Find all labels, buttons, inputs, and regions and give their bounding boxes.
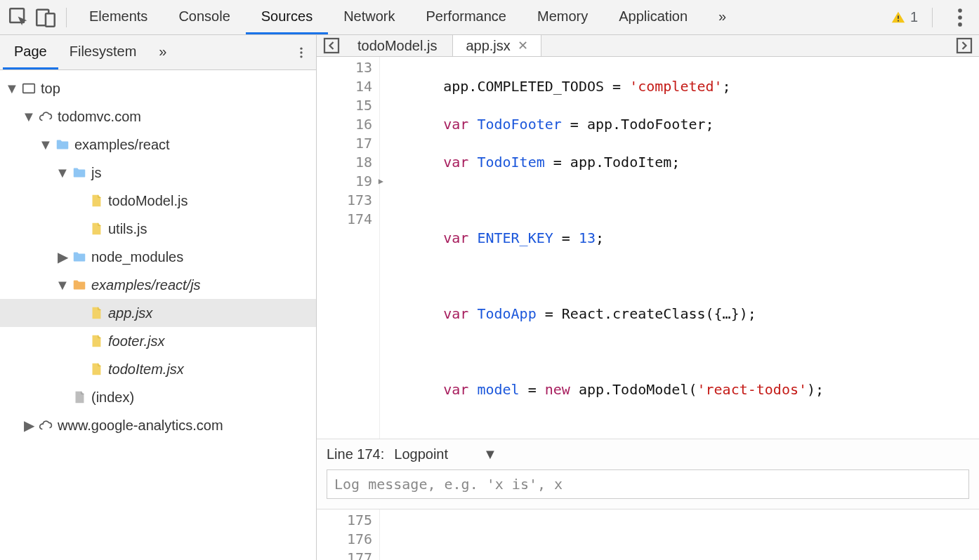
tree-label: todoModel.js: [108, 193, 188, 209]
folder-icon: [55, 137, 70, 152]
disclosure-right-icon: ▶: [24, 417, 34, 434]
tab-network[interactable]: Network: [328, 0, 410, 34]
tree-file-todoitem[interactable]: todoItem.jsx: [0, 355, 316, 383]
cloud-icon: [38, 418, 53, 433]
line-number[interactable]: 13: [317, 58, 372, 77]
line-number[interactable]: 15: [317, 96, 372, 115]
nav-back-icon[interactable]: [321, 35, 342, 56]
tab-elements[interactable]: Elements: [74, 0, 163, 34]
document-icon: [72, 389, 87, 405]
jsfile-icon: [88, 333, 104, 349]
disclosure-down-icon: ▼: [24, 109, 34, 125]
svg-point-8: [300, 47, 302, 49]
kebab-menu-icon[interactable]: [948, 6, 972, 29]
logpoint-editor: Line 174: Logpoint ▼: [317, 439, 979, 509]
frame-icon: [21, 81, 37, 96]
nav-forward-icon[interactable]: [954, 35, 975, 56]
close-icon[interactable]: ✕: [518, 38, 528, 53]
tree-file-app[interactable]: app.jsx: [0, 299, 316, 327]
line-number-foldable[interactable]: 19: [317, 172, 372, 191]
disclosure-down-icon: ▼: [7, 81, 17, 97]
sidebar-tab-filesystem[interactable]: Filesystem: [58, 35, 148, 69]
line-number[interactable]: 16: [317, 115, 372, 134]
tab-console[interactable]: Console: [163, 0, 245, 34]
inspect-icon[interactable]: [7, 6, 31, 29]
editor-tab-label: todoModel.js: [357, 38, 437, 54]
tree-node-sourcemap[interactable]: ▼ examples/react/js: [0, 271, 316, 299]
tree-file-todomodel[interactable]: todoModel.js: [0, 187, 316, 215]
logpoint-line-label: Line 174:: [327, 446, 384, 462]
sidebar-kebab-icon[interactable]: [289, 46, 313, 60]
cloud-icon: [38, 109, 53, 124]
folder-icon: [72, 249, 87, 265]
separator: [66, 8, 67, 27]
source-text[interactable]: app.COMPLETED_TODOS = 'completed'; var T…: [380, 57, 979, 439]
editor-tabs: todoModel.js app.jsx ✕: [317, 35, 979, 57]
tree-node-folder-js[interactable]: ▼ js: [0, 159, 316, 187]
svg-rect-12: [324, 39, 339, 53]
source-text[interactable]: function render() { React.render( <TodoA…: [380, 509, 979, 560]
tabs-overflow[interactable]: »: [703, 0, 742, 34]
breakpoint-type-select[interactable]: Logpoint ▼: [394, 446, 497, 462]
sources-sidebar: Page Filesystem » ▼ top ▼ todomvc.com ▼: [0, 35, 317, 560]
line-number[interactable]: 173: [317, 191, 372, 210]
line-number[interactable]: 176: [317, 530, 372, 549]
tree-file-footer[interactable]: footer.jsx: [0, 327, 316, 355]
tree-label: node_modules: [91, 249, 183, 265]
svg-point-9: [300, 51, 302, 53]
line-number[interactable]: 175: [317, 511, 372, 530]
device-toggle-icon[interactable]: [34, 6, 58, 29]
svg-point-5: [958, 8, 962, 13]
main-area: Page Filesystem » ▼ top ▼ todomvc.com ▼: [0, 35, 979, 560]
tree-label: footer.jsx: [108, 333, 164, 349]
editor-tab-label: app.jsx: [466, 38, 510, 54]
editor-tab-app[interactable]: app.jsx ✕: [452, 35, 541, 56]
file-tree: ▼ top ▼ todomvc.com ▼ examples/react ▼ j…: [0, 70, 316, 560]
line-number[interactable]: 17: [317, 134, 372, 153]
tree-label: todomvc.com: [58, 109, 141, 125]
editor-pane: todoModel.js app.jsx ✕ 13 14 15 16 17 18…: [317, 35, 979, 560]
tree-label: (index): [91, 389, 134, 406]
svg-point-7: [958, 22, 962, 27]
devtools-topbar: Elements Console Sources Network Perform…: [0, 0, 979, 35]
gutter[interactable]: 13 14 15 16 17 18 19 173 174: [317, 57, 380, 439]
tree-node-folder[interactable]: ▼ examples/react: [0, 131, 316, 159]
tree-file-utils[interactable]: utils.js: [0, 215, 316, 243]
tab-application[interactable]: Application: [603, 0, 703, 34]
logpoint-input[interactable]: [327, 469, 969, 499]
sidebar-tabs-overflow[interactable]: »: [147, 35, 178, 69]
sidebar-tabs: Page Filesystem »: [0, 35, 316, 70]
tree-file-index[interactable]: (index): [0, 383, 316, 411]
disclosure-down-icon: ▼: [41, 137, 51, 153]
sidebar-tab-page[interactable]: Page: [3, 35, 58, 69]
tree-node-top[interactable]: ▼ top: [0, 74, 316, 102]
line-number[interactable]: 174: [317, 210, 372, 229]
line-number[interactable]: 18: [317, 153, 372, 172]
tab-sources[interactable]: Sources: [246, 0, 328, 34]
code-block-top: 13 14 15 16 17 18 19 173 174 app.COMPLET…: [317, 57, 979, 439]
tab-memory[interactable]: Memory: [522, 0, 603, 34]
jsfile-icon: [88, 193, 104, 208]
tree-label: utils.js: [108, 221, 147, 237]
svg-rect-13: [957, 39, 971, 53]
gutter[interactable]: 175 176 177 178 179 180 181 182 183 184 …: [317, 509, 380, 560]
disclosure-down-icon: ▼: [58, 165, 67, 181]
editor-tab-todomodel[interactable]: todoModel.js: [345, 35, 449, 56]
warnings-badge[interactable]: 1: [891, 9, 918, 25]
warning-count: 1: [910, 9, 918, 25]
svg-rect-11: [23, 84, 35, 93]
disclosure-down-icon: ▼: [58, 277, 67, 293]
tree-node-domain2[interactable]: ▶ www.google-analytics.com: [0, 411, 316, 439]
line-number[interactable]: 177: [317, 549, 372, 560]
tree-label: todoItem.jsx: [108, 361, 184, 378]
separator: [932, 8, 933, 27]
line-number[interactable]: 14: [317, 77, 372, 96]
folder-icon: [72, 277, 87, 293]
tree-node-domain[interactable]: ▼ todomvc.com: [0, 102, 316, 131]
tab-performance[interactable]: Performance: [411, 0, 523, 34]
tree-label: app.jsx: [108, 305, 152, 321]
tree-label: examples/react/js: [91, 277, 201, 293]
jsfile-icon: [88, 305, 104, 321]
tree-node-nodemods[interactable]: ▶ node_modules: [0, 243, 316, 271]
svg-rect-2: [46, 13, 55, 26]
